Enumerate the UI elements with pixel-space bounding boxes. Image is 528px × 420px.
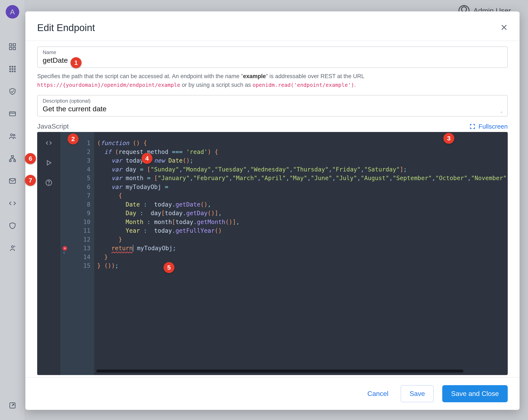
name-input[interactable] (43, 56, 502, 64)
cancel-button[interactable]: Cancel (364, 385, 392, 402)
modal-title: Edit Endpoint (37, 22, 95, 33)
gutter-line: 13×⬨ (60, 244, 94, 253)
horizontal-scrollbar[interactable] (96, 370, 463, 372)
gutter-line: 15 (60, 261, 94, 270)
gutter-line: 12 (60, 235, 94, 244)
svg-point-25 (48, 184, 49, 185)
name-help-text: Specifies the path that the script can b… (37, 72, 508, 89)
code-editor[interactable]: 12345678910111213×⬨1415 (function () { i… (37, 132, 508, 375)
editor-toolbar (37, 132, 60, 375)
description-label: Description (optional) (43, 98, 502, 104)
editor-header: JavaScript Fullscreen (37, 122, 508, 130)
language-label: JavaScript (37, 122, 69, 130)
gutter-line: 5 (60, 174, 94, 183)
gutter-line: 1 (60, 139, 94, 148)
modal-body: Name Specifies the path that the script … (25, 41, 520, 377)
gutter-line: 4 (60, 165, 94, 174)
save-button[interactable]: Save (401, 385, 434, 402)
gutter-line: 9 (60, 209, 94, 218)
gutter-line: 14 (60, 253, 94, 262)
format-code-icon[interactable] (45, 139, 53, 148)
save-and-close-button[interactable]: Save and Close (442, 385, 508, 402)
svg-marker-23 (47, 161, 51, 165)
gutter-line: 2 (60, 148, 94, 156)
name-field[interactable]: Name (37, 47, 508, 68)
edit-endpoint-modal: Edit Endpoint ✕ Name Specifies the path … (25, 12, 520, 410)
gutter-line: 8 (60, 200, 94, 209)
description-input[interactable]: Get the current date (43, 105, 502, 113)
line-gutter: 12345678910111213×⬨1415 (60, 132, 94, 375)
fullscreen-icon (469, 123, 476, 130)
code-area[interactable]: (function () { if (request.method === 'r… (94, 132, 508, 375)
gutter-line: 10 (60, 218, 94, 227)
help-icon[interactable] (45, 179, 53, 187)
gutter-line: 7 (60, 191, 94, 200)
modal-header: Edit Endpoint ✕ (25, 12, 520, 41)
close-icon[interactable]: ✕ (500, 23, 508, 32)
help-script: openidm.read('endpoint/example') (252, 82, 354, 88)
description-field[interactable]: Description (optional) Get the current d… (37, 95, 508, 117)
run-icon[interactable] (45, 159, 53, 168)
help-url: https://{yourdomain}/openidm/endpoint/ex… (37, 82, 180, 88)
modal-footer: Cancel Save Save and Close (25, 377, 520, 410)
gutter-line: 3 (60, 156, 94, 165)
gutter-line: 11 (60, 226, 94, 235)
fullscreen-button[interactable]: Fullscreen (469, 123, 508, 130)
name-label: Name (43, 49, 502, 55)
gutter-line: 6 (60, 183, 94, 192)
